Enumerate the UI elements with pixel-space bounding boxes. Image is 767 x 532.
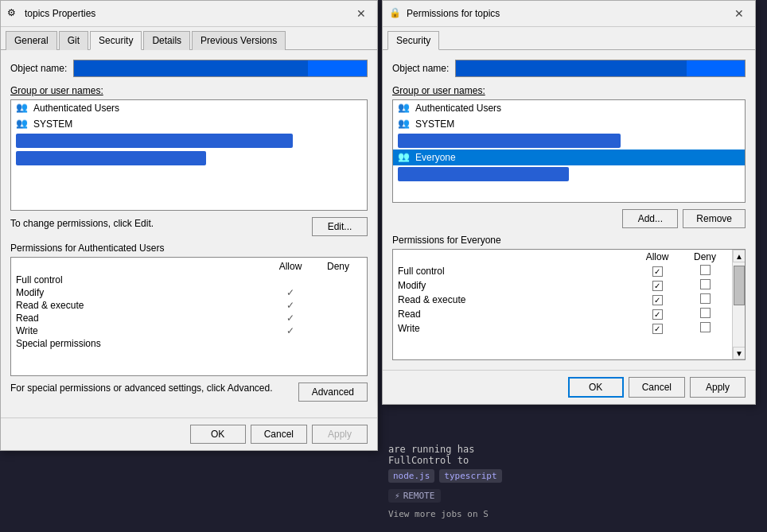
right-user-list[interactable]: 👥 Authenticated Users 👥 SYSTEM 👥 Everyon… bbox=[392, 99, 746, 203]
right-perm-modify: Modify bbox=[393, 278, 745, 293]
add-button[interactable]: Add... bbox=[622, 209, 678, 228]
right-list-item-blurred2[interactable] bbox=[393, 165, 745, 183]
right-perms-label: Permissions for Everyone bbox=[392, 235, 746, 246]
left-close-button[interactable]: ✕ bbox=[352, 6, 371, 21]
right-r-allow-cb[interactable] bbox=[652, 309, 663, 320]
right-dialog-title: Permissions for topics bbox=[407, 8, 730, 19]
tab-general[interactable]: General bbox=[6, 31, 57, 50]
object-name-value bbox=[73, 60, 368, 77]
edit-button[interactable]: Edit... bbox=[312, 217, 368, 236]
advanced-row: For special permissions or advanced sett… bbox=[10, 382, 368, 402]
user-icon-authenticated: 👥 bbox=[16, 102, 29, 115]
right-mod-allow-cb[interactable] bbox=[652, 281, 663, 291]
right-user-name-authenticated: Authenticated Users bbox=[415, 103, 501, 114]
right-ok-button[interactable]: OK bbox=[568, 377, 624, 398]
tag-typescript: typescript bbox=[439, 469, 501, 483]
scroll-thumb[interactable] bbox=[734, 266, 745, 305]
scroll-down-button[interactable]: ▼ bbox=[733, 347, 746, 359]
right-perm-full-control: Full control bbox=[393, 264, 745, 278]
r-allow-check: ✓ bbox=[286, 313, 294, 324]
user-name-authenticated: Authenticated Users bbox=[33, 103, 119, 114]
right-apply-button[interactable]: Apply bbox=[690, 377, 746, 398]
user-list[interactable]: 👥 Authenticated Users 👥 SYSTEM bbox=[10, 99, 368, 211]
right-allow-header: Allow bbox=[633, 251, 681, 262]
tab-previous-versions[interactable]: Previous Versions bbox=[192, 31, 286, 50]
list-item-blurred1[interactable] bbox=[11, 132, 367, 150]
right-r-deny-cb[interactable] bbox=[700, 308, 711, 318]
tag-nodejs: node.js bbox=[388, 469, 434, 483]
remote-badge: ⚡ REMOTE bbox=[388, 489, 441, 503]
left-apply-button[interactable]: Apply bbox=[312, 425, 368, 444]
perms-list: Allow Deny Full control Modify ✓ Read & … bbox=[10, 257, 368, 376]
right-list-item-everyone[interactable]: 👥 Everyone bbox=[393, 150, 745, 165]
right-user-name-everyone: Everyone bbox=[415, 152, 456, 163]
right-close-button[interactable]: ✕ bbox=[730, 6, 749, 21]
right-tabs: Security bbox=[383, 27, 755, 50]
perm-special: Special permissions bbox=[11, 337, 367, 350]
perm-modify: Modify ✓ bbox=[11, 286, 367, 299]
user-icon-system: 👥 bbox=[16, 118, 29, 130]
list-item-authenticated[interactable]: 👥 Authenticated Users bbox=[11, 100, 367, 116]
object-name-row: Object name: bbox=[10, 60, 368, 77]
object-name-label: Object name: bbox=[10, 63, 67, 74]
allow-header: Allow bbox=[267, 261, 314, 272]
left-dialog-icon: ⚙ bbox=[7, 7, 20, 20]
mod-allow-check: ✓ bbox=[286, 287, 294, 298]
right-perm-read-execute: Read & execute bbox=[393, 293, 745, 307]
right-object-name-value bbox=[455, 60, 746, 77]
left-tabs: General Git Security Details Previous Ve… bbox=[1, 27, 377, 50]
perms-section-label: Permissions for Authenticated Users bbox=[10, 243, 368, 254]
right-list-item-blurred[interactable] bbox=[393, 132, 745, 150]
perm-full-control: Full control bbox=[11, 274, 367, 286]
right-re-allow-cb[interactable] bbox=[652, 295, 663, 305]
right-cancel-button[interactable]: Cancel bbox=[629, 377, 685, 398]
terminal-line1: are running has bbox=[388, 444, 761, 455]
tab-git[interactable]: Git bbox=[59, 31, 88, 50]
deny-header: Deny bbox=[314, 261, 362, 272]
remote-icon: ⚡ bbox=[395, 491, 400, 501]
scroll-up-button[interactable]: ▲ bbox=[733, 250, 746, 262]
right-w-deny-cb[interactable] bbox=[700, 322, 711, 332]
left-dialog: ⚙ topics Properties ✕ General Git Securi… bbox=[0, 0, 378, 451]
re-allow-check: ✓ bbox=[286, 300, 294, 311]
right-perms-list: Allow Deny Full control Modify bbox=[392, 249, 746, 360]
list-item-system[interactable]: 👥 SYSTEM bbox=[11, 116, 367, 132]
right-object-name-label: Object name: bbox=[392, 63, 449, 74]
right-tab-security[interactable]: Security bbox=[387, 31, 439, 50]
right-group-user-label: Group or user names: bbox=[392, 85, 746, 96]
tab-details[interactable]: Details bbox=[143, 31, 190, 50]
tab-security[interactable]: Security bbox=[90, 31, 142, 50]
perm-read-execute: Read & execute ✓ bbox=[11, 299, 367, 312]
right-perm-write: Write bbox=[393, 321, 745, 336]
right-re-deny-cb[interactable] bbox=[700, 293, 711, 304]
left-dialog-footer: OK Cancel Apply bbox=[1, 417, 377, 450]
left-cancel-button[interactable]: Cancel bbox=[251, 425, 307, 444]
left-ok-button[interactable]: OK bbox=[190, 425, 246, 444]
group-user-label: Group or user names: bbox=[10, 85, 368, 96]
right-user-icon-everyone: 👥 bbox=[398, 151, 411, 164]
change-perms-text: To change permissions, click Edit. bbox=[10, 218, 154, 229]
right-dialog-icon: 🔒 bbox=[389, 7, 402, 20]
w-allow-check: ✓ bbox=[286, 325, 294, 336]
remove-button[interactable]: Remove bbox=[683, 209, 746, 228]
right-dialog: 🔒 Permissions for topics ✕ Security Obje… bbox=[382, 0, 756, 405]
right-dialog-footer: OK Cancel Apply bbox=[383, 370, 755, 404]
right-user-name-system: SYSTEM bbox=[415, 118, 454, 130]
right-deny-header: Deny bbox=[681, 251, 729, 262]
left-dialog-title: topics Properties bbox=[25, 8, 352, 19]
right-user-icon-system: 👥 bbox=[398, 118, 411, 130]
right-mod-deny-cb[interactable] bbox=[700, 279, 711, 289]
advanced-button[interactable]: Advanced bbox=[298, 382, 368, 402]
right-list-item-authenticated[interactable]: 👥 Authenticated Users bbox=[393, 100, 745, 116]
right-perm-read: Read bbox=[393, 307, 745, 321]
right-w-allow-cb[interactable] bbox=[652, 324, 663, 334]
perm-read: Read ✓ bbox=[11, 312, 367, 324]
right-list-item-system[interactable]: 👥 SYSTEM bbox=[393, 116, 745, 132]
list-item-blurred2[interactable] bbox=[11, 150, 367, 167]
right-title-bar: 🔒 Permissions for topics ✕ bbox=[383, 1, 755, 27]
right-user-icon-authenticated: 👥 bbox=[398, 102, 411, 115]
user-name-system: SYSTEM bbox=[33, 118, 72, 130]
right-fc-allow-cb[interactable] bbox=[652, 266, 663, 277]
perms-scrollbar[interactable]: ▲ ▼ bbox=[732, 250, 745, 359]
right-fc-deny-cb[interactable] bbox=[700, 265, 711, 275]
